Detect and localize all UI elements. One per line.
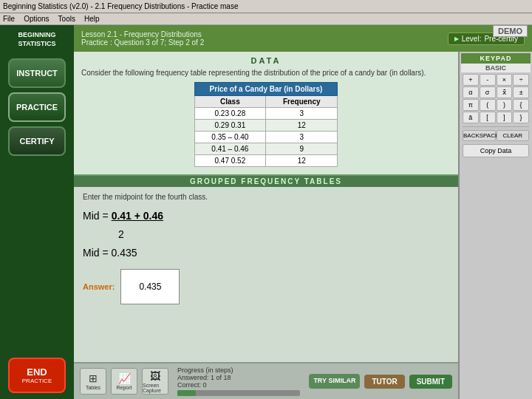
kp-divide[interactable]: ÷	[513, 74, 529, 86]
progress-bar-container	[177, 390, 300, 396]
sidebar-logo: BEGINNING STATISTICS	[18, 31, 55, 48]
answered-text: Answered: 1 of 18	[177, 374, 300, 381]
kp-minus[interactable]: -	[480, 74, 496, 86]
answer-label: Answer:	[83, 282, 115, 291]
menu-options[interactable]: Options	[24, 15, 49, 23]
menu-tools[interactable]: Tools	[58, 15, 75, 23]
keypad-action-grid: BACKSPACE CLEAR	[461, 129, 531, 143]
class-cell-4: 0.41 – 0.46	[194, 143, 266, 155]
center-panel: DATA Consider the following frequency ta…	[74, 52, 458, 399]
formula-denominator: 2	[118, 225, 124, 244]
try-similar-button[interactable]: TRY SIMILAR	[309, 374, 360, 389]
progress-bar-fill	[177, 390, 196, 396]
practice-progress: Practice : Question 3 of 7; Step 2 of 2	[81, 38, 204, 47]
answer-value: 0.435	[139, 282, 161, 292]
class-cell-5: 0.47 0.52	[194, 155, 266, 167]
formula-result: Mid = 0.435	[83, 244, 137, 262]
menu-help[interactable]: Help	[84, 15, 100, 23]
progress-label: Progress (in steps)	[177, 366, 300, 374]
tables-icon: ⊞	[89, 372, 98, 384]
tables-button[interactable]: ⊞ Tables	[80, 368, 106, 395]
table-row: 0.47 0.52 12	[194, 155, 338, 167]
table-title-cell: Price of a Candy Bar (in Dollars)	[194, 83, 338, 96]
titlebar: Beginning Statistics (v2.0) - 2.1 Freque…	[0, 0, 532, 13]
kp-rparen[interactable]: )	[497, 99, 513, 111]
frequency-table: Price of a Candy Bar (in Dollars) Class …	[194, 82, 338, 167]
tables-label: Tables	[86, 385, 100, 390]
grouped-section: GROUPED FREQUENCY TABLES	[74, 176, 458, 187]
report-icon: 📈	[118, 372, 131, 384]
table-title-row: Price of a Candy Bar (in Dollars)	[194, 83, 338, 96]
bottom-toolbar: ⊞ Tables 📈 Report 🖼 Screen Capture Progr…	[74, 362, 458, 399]
menu-file[interactable]: File	[3, 15, 15, 23]
keypad-grid: + - × ÷ α σ x̄ ± π ( ) { ā [ ] }	[461, 72, 531, 125]
table-row: 0.35 – 0.40 3	[194, 132, 338, 143]
kp-pi[interactable]: π	[463, 99, 479, 111]
practice-instruction: Enter the midpoint for the fourth class.	[83, 193, 449, 201]
formula-line-1: Mid = 0.41 + 0.46	[83, 207, 449, 225]
backspace-button[interactable]: BACKSPACE	[463, 130, 496, 141]
col-header-class: Class	[194, 96, 266, 108]
report-button[interactable]: 📈 Report	[111, 368, 137, 395]
content-body: DATA Consider the following frequency ta…	[74, 52, 532, 399]
kp-plus[interactable]: +	[463, 74, 479, 86]
freq-cell-5: 12	[266, 155, 338, 167]
content-header: Lesson 2.1 - Frequency Distributions Pra…	[74, 25, 532, 52]
col-header-frequency: Frequency	[266, 96, 338, 108]
tutor-button[interactable]: TUTOR	[364, 375, 404, 389]
class-cell-2: 0.29 0.31	[194, 120, 266, 132]
formula-area: Mid = 0.41 + 0.46 2 Mid = 0.435	[83, 207, 449, 263]
answer-input-box[interactable]: 0.435	[120, 269, 180, 304]
lesson-info: Lesson 2.1 - Frequency Distributions Pra…	[81, 30, 204, 47]
kp-lbrace[interactable]: {	[513, 99, 529, 111]
progress-area: Progress (in steps) Answered: 1 of 18 Co…	[173, 366, 304, 396]
clear-button[interactable]: CLEAR	[497, 130, 530, 141]
kp-lparen[interactable]: (	[480, 99, 496, 111]
kp-lbracket[interactable]: [	[480, 112, 496, 123]
instruct-button[interactable]: INSTRUCT	[8, 58, 66, 88]
table-row: 0.41 – 0.46 9	[194, 143, 338, 155]
kp-sigma[interactable]: σ	[480, 86, 496, 98]
screen-capture-button[interactable]: 🖼 Screen Capture	[142, 368, 168, 395]
keypad-divider	[463, 126, 529, 127]
practice-section: Enter the midpoint for the fourth class.…	[74, 187, 458, 362]
kp-alpha[interactable]: α	[463, 86, 479, 98]
practice-button[interactable]: PRACTICE	[8, 92, 66, 122]
level-prefix: Level:	[462, 35, 482, 43]
correct-text: Correct: 0	[177, 381, 300, 389]
titlebar-text: Beginning Statistics (v2.0) - 2.1 Freque…	[3, 2, 238, 10]
keypad-header: KEYPAD	[461, 53, 531, 64]
freq-cell-1: 3	[266, 108, 338, 120]
kp-plusminus[interactable]: ±	[513, 86, 529, 98]
end-practice-button[interactable]: END PRACTICE	[8, 358, 66, 393]
table-col-header-row: Class Frequency	[194, 96, 338, 108]
kp-rbrace[interactable]: }	[513, 112, 529, 123]
freq-cell-3: 3	[266, 132, 338, 143]
screen-capture-icon: 🖼	[150, 370, 160, 382]
data-section: DATA Consider the following frequency ta…	[74, 52, 458, 176]
kp-rbracket[interactable]: ]	[497, 112, 513, 123]
formula-line-2: 2	[83, 225, 449, 244]
copy-data-button[interactable]: Copy Data	[463, 144, 529, 157]
formula-result-line: Mid = 0.435	[83, 244, 449, 262]
table-row: 0.23 0.28 3	[194, 108, 338, 120]
keypad-mode-label: BASIC	[461, 64, 531, 72]
grouped-section-title: GROUPED FREQUENCY TABLES	[81, 177, 451, 185]
report-label: Report	[116, 385, 132, 390]
class-cell-1: 0.23 0.28	[194, 108, 266, 120]
kp-xbar[interactable]: x̄	[497, 86, 513, 98]
sidebar: BEGINNING STATISTICS INSTRUCT PRACTICE C…	[0, 25, 74, 399]
submit-button[interactable]: SUBMIT	[409, 375, 452, 389]
kp-abar[interactable]: ā	[463, 112, 479, 123]
level-icon: ▶	[454, 35, 459, 42]
freq-cell-2: 12	[266, 120, 338, 132]
certify-button[interactable]: CERTIFY	[8, 126, 66, 156]
demo-badge: DEMO	[493, 25, 528, 37]
lesson-title: Lesson 2.1 - Frequency Distributions	[81, 30, 204, 38]
frequency-table-container: Price of a Candy Bar (in Dollars) Class …	[81, 82, 451, 167]
table-row: 0.29 0.31 12	[194, 120, 338, 132]
data-description: Consider the following frequency table r…	[81, 68, 451, 78]
screen-capture-label: Screen Capture	[143, 383, 168, 393]
kp-times[interactable]: ×	[497, 74, 513, 86]
keypad: KEYPAD BASIC + - × ÷ α σ x̄ ± π ( ) { ā …	[458, 52, 532, 399]
